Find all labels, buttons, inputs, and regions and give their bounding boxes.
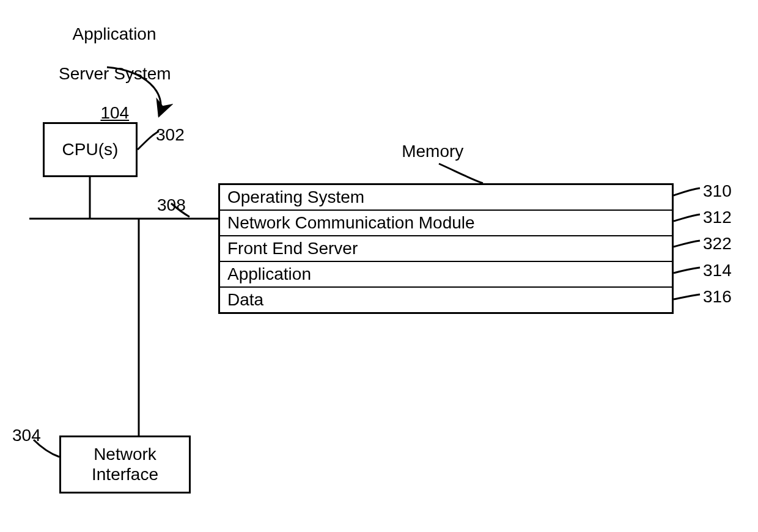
- cpu-ref: 302: [156, 125, 185, 145]
- memory-table: Operating System Network Communication M…: [218, 183, 674, 314]
- bus-ref: 308: [157, 195, 186, 215]
- memory-row-network-comm: Network Communication Module: [220, 211, 672, 236]
- memory-row-os: Operating System: [220, 185, 672, 211]
- memory-row-ref-4: 316: [703, 287, 732, 307]
- memory-row-ref-0: 310: [703, 181, 732, 201]
- memory-row-front-end: Front End Server: [220, 236, 672, 262]
- cpu-box: CPU(s): [43, 122, 138, 177]
- memory-row-ref-1: 312: [703, 208, 732, 227]
- memory-row-ref-3: 314: [703, 261, 732, 280]
- title-label: Application Server System 104: [43, 5, 177, 123]
- memory-row-ref-2: 322: [703, 234, 732, 253]
- network-interface-ref: 304: [12, 426, 41, 445]
- network-interface-box: Network Interface: [59, 435, 191, 494]
- row4-ref-leader: [674, 294, 700, 299]
- row0-ref-leader: [674, 188, 700, 195]
- memory-row-application: Application: [220, 262, 672, 288]
- memory-row-data: Data: [220, 288, 672, 312]
- row3-ref-leader: [674, 268, 700, 273]
- row2-ref-leader: [674, 241, 700, 247]
- row1-ref-leader: [674, 214, 700, 221]
